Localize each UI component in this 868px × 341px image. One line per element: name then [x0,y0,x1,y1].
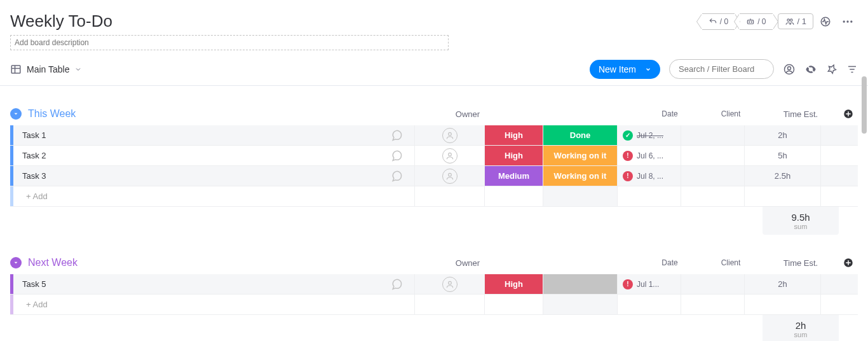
check-icon: ✓ [623,130,633,141]
more-menu-button[interactable] [837,13,858,31]
status-cell[interactable]: Done [543,125,617,145]
svg-point-7 [846,20,848,22]
date-text: Jul 6, ... [637,151,663,160]
members-badge[interactable]: / 1 [778,13,813,29]
col-time-est-header[interactable]: Time Est. [763,257,839,268]
group-title[interactable]: This Week [25,108,76,120]
scrollbar[interactable] [862,76,867,134]
empty-cell [543,295,617,314]
svg-point-15 [448,173,451,176]
eye-icon[interactable] [804,63,817,76]
empty-cell [484,186,543,206]
time-est-cell[interactable]: 5h [744,146,820,165]
search-input[interactable] [669,59,774,79]
svg-point-1 [749,22,750,22]
row-tail [820,146,839,165]
col-status-header[interactable]: Status [561,257,635,268]
empty-cell [543,186,617,206]
task-name[interactable]: Task 1 [22,130,384,140]
empty-cell [681,295,744,314]
task-name[interactable]: Task 3 [22,171,384,181]
time-est-cell[interactable]: 2h [744,274,820,294]
col-priority-header[interactable]: Priority [503,257,561,268]
task-name[interactable]: Task 5 [22,279,384,289]
inbox-badge[interactable]: / 0 [702,13,735,30]
board-title[interactable]: Weekly To-Do [10,11,112,31]
chat-icon[interactable] [390,170,403,183]
chat-icon[interactable] [390,129,403,142]
empty-cell [617,186,681,206]
task-name[interactable]: Task 2 [22,151,384,160]
date-cell[interactable]: ✓Jul 2, ... [617,125,681,145]
sum-label: sum [794,223,808,230]
client-cell[interactable] [681,166,744,186]
chat-icon[interactable] [390,278,403,291]
filter-icon[interactable] [846,64,858,75]
group-title[interactable]: Next Week [25,257,78,268]
add-column-button[interactable] [839,108,858,120]
person-filter-icon[interactable] [783,63,796,76]
client-cell[interactable] [681,146,744,165]
priority-cell[interactable]: Medium [484,166,543,186]
owner-cell[interactable] [414,146,484,165]
col-date-header[interactable]: Date [635,257,699,268]
row-tail [820,125,839,145]
add-row-button[interactable]: + Add [10,295,414,314]
view-selector[interactable]: Main Table [27,64,69,74]
svg-point-17 [448,281,451,284]
status-cell[interactable]: Working on it [543,146,617,165]
add-row-button[interactable]: + Add [10,186,414,206]
priority-cell[interactable]: High [484,274,543,294]
activity-icon[interactable] [818,13,832,30]
col-client-header[interactable]: Client [699,108,763,120]
col-time-est-header[interactable]: Time Est. [763,108,839,120]
col-priority-header[interactable]: Priority [503,108,561,120]
col-owner-header[interactable]: Owner [433,257,503,268]
avatar-icon [442,148,458,164]
date-text: Jul 1... [637,280,659,289]
svg-point-11 [788,66,791,69]
table-icon [10,64,22,75]
col-client-header[interactable]: Client [699,257,763,268]
status-cell[interactable]: Working on it [543,166,617,186]
owner-cell[interactable] [414,274,484,294]
sum-label: sum [794,331,808,338]
priority-cell[interactable]: High [484,125,543,145]
members-count: / 1 [797,17,806,26]
chat-icon[interactable] [390,150,403,162]
col-owner-header[interactable]: Owner [433,108,503,120]
empty-cell [414,186,484,206]
badge-count: / 0 [720,17,728,26]
date-cell[interactable]: !Jul 8, ... [617,166,681,186]
client-cell[interactable] [681,274,744,294]
avatar-icon [442,128,458,143]
chevron-down-icon[interactable] [74,66,82,73]
alert-icon: ! [623,171,633,181]
owner-cell[interactable] [414,125,484,145]
time-est-cell[interactable]: 2h [744,125,820,145]
owner-cell[interactable] [414,166,484,186]
status-cell[interactable] [543,274,617,294]
date-cell[interactable]: !Jul 1... [617,274,681,294]
col-date-header[interactable]: Date [635,108,699,120]
chevron-down-icon [645,66,651,73]
alert-icon: ! [623,151,633,161]
empty-cell [681,186,744,206]
group-collapse-button[interactable] [10,257,22,268]
empty-cell [484,295,543,314]
avatar-icon [442,169,458,184]
date-cell[interactable]: !Jul 6, ... [617,146,681,165]
pin-icon[interactable] [826,64,837,75]
col-status-header[interactable]: Status [561,108,635,120]
group-collapse-button[interactable] [10,108,22,120]
automation-badge[interactable]: / 0 [740,13,772,30]
new-item-button[interactable]: New Item [590,60,660,79]
badge-count: / 0 [757,17,766,26]
add-column-button[interactable] [839,257,858,268]
priority-cell[interactable]: High [484,146,543,165]
svg-point-4 [790,18,792,21]
client-cell[interactable] [681,125,744,145]
sum-value: 9.5h [791,212,810,223]
board-description-input[interactable] [10,35,449,50]
time-est-cell[interactable]: 2.5h [744,166,820,186]
